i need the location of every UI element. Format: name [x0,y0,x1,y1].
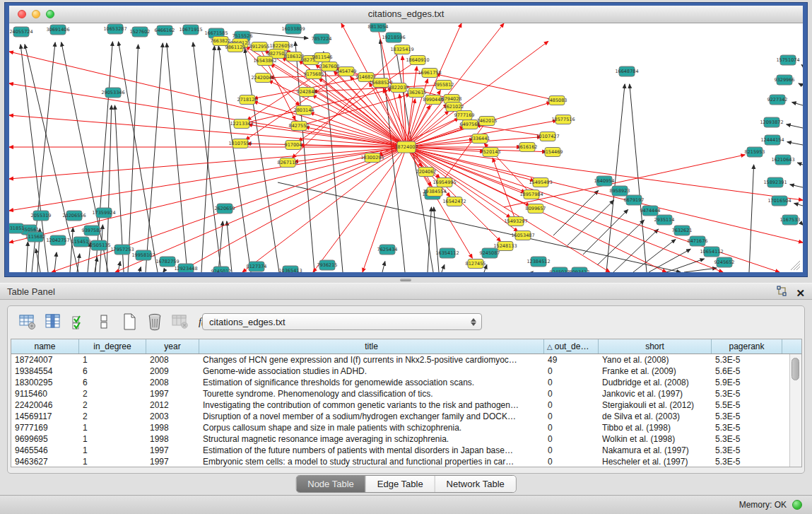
network-node[interactable]: 1362615 [406,88,427,98]
network-edge[interactable] [406,147,803,243]
network-edge[interactable] [787,124,803,128]
network-node[interactable]: 15892391 [763,177,787,187]
table-row[interactable]: 946554611997Estimation of the future num… [11,445,789,456]
network-edge[interactable] [139,267,141,272]
network-node[interactable]: 8267110 [278,158,298,168]
network-edge[interactable] [749,165,754,272]
network-node[interactable]: 17016504 [767,196,791,206]
network-edge[interactable] [26,242,28,272]
network-node[interactable]: 9245012 [211,267,232,272]
network-node[interactable]: 18957984 [519,190,543,199]
network-node[interactable]: 16648784 [615,66,638,76]
network-node[interactable]: 6466162 [155,25,175,35]
network-node[interactable]: 7955812 [434,81,454,90]
network-node[interactable]: 7520143 [481,148,501,157]
network-edge[interactable] [684,268,717,272]
network-edge[interactable] [167,43,187,272]
network-node[interactable]: 9777169 [454,111,475,120]
network-node[interactable]: 1616162 [517,143,538,152]
network-edge[interactable] [227,221,232,272]
network-node[interactable]: 8912955 [249,42,270,52]
network-edge[interactable] [119,42,158,272]
network-node[interactable]: 931851 [9,223,24,233]
table-row[interactable]: 911546021997Tourette syndrome. Phenomeno… [11,388,789,399]
network-node[interactable]: 18325419 [390,45,413,54]
network-node[interactable]: 18724007 [394,141,418,153]
network-node[interactable]: 12042757 [46,235,69,245]
column-header-short[interactable]: short [599,339,712,354]
column-header-out_degree[interactable]: △out_de… [544,339,599,354]
network-node[interactable]: 12923448 [174,264,197,272]
network-node[interactable]: 29053346 [101,88,124,98]
delete-column-icon[interactable] [145,313,164,331]
memory-ok-indicator-icon[interactable] [792,500,802,510]
panel-splitter-handle[interactable] [400,279,411,281]
table-row[interactable]: 1830029562008Estimation of significance … [11,377,789,388]
network-edge[interactable] [193,42,221,272]
tab-edge-table[interactable]: Edge Table [366,476,435,492]
network-node[interactable]: 8215953 [745,147,765,157]
table-scrollbar-thumb[interactable] [792,358,799,380]
network-node[interactable]: 22420046 [251,74,274,83]
network-node[interactable]: 18577516 [551,115,575,124]
network-node[interactable]: 8454749 [336,67,357,76]
table-row[interactable]: 2242004622012Investigating the contribut… [11,399,789,411]
network-edge[interactable] [201,46,214,272]
network-node[interactable]: 8099657 [526,204,546,214]
network-node[interactable]: 9397587 [82,226,102,235]
network-node[interactable]: 8471676 [688,236,708,246]
network-node[interactable]: 8958923 [610,186,630,196]
network-node[interactable]: 9242848 [297,88,317,97]
network-node[interactable]: 7462015 [477,117,498,126]
network-node[interactable]: 9227342 [767,95,788,105]
table-row[interactable]: 1872400712008Changes of HCN gene express… [11,354,789,366]
network-edge[interactable] [434,207,439,272]
network-node[interactable]: 24055724 [9,27,33,37]
network-node[interactable]: 8990448 [423,95,444,105]
network-node[interactable]: 2803144 [294,106,314,115]
network-node[interactable]: 9154469 [543,148,563,157]
network-node[interactable]: 10671915 [179,25,202,35]
network-node[interactable]: 16354112 [435,248,459,258]
network-node[interactable]: 9245033 [550,267,570,272]
network-edge[interactable] [382,262,385,272]
network-edge[interactable] [115,147,406,272]
network-edge[interactable] [792,103,803,105]
network-node[interactable]: 1167533 [780,215,801,225]
table-mode-icon[interactable] [18,313,37,331]
network-node[interactable]: 1621022 [444,103,464,112]
network-node[interactable]: 10107427 [536,132,559,141]
network-node[interactable]: 16033809 [281,24,305,34]
network-node[interactable]: 2055319 [31,211,52,221]
network-edge[interactable] [633,240,676,272]
network-node[interactable]: 7857224 [312,34,332,44]
network-node[interactable]: 1527602 [130,27,151,37]
table-select-dropdown[interactable]: citations_edges.txt [202,313,482,330]
network-node[interactable]: 19958107 [131,250,155,260]
network-node[interactable]: 19218596 [382,33,405,42]
select-all-icon[interactable] [69,313,88,331]
network-node[interactable]: 16210643 [771,155,794,165]
network-node[interactable]: 6679197 [624,195,645,205]
network-node[interactable]: 12093872 [760,117,783,127]
network-node[interactable]: 18640910 [406,56,429,65]
network-node[interactable]: 10653287 [103,24,126,34]
table-row[interactable]: 946362711997Embryonic stem cells: a mode… [11,456,789,467]
network-node[interactable]: 8127455 [466,259,486,269]
network-node[interactable]: 9245652 [714,257,735,267]
network-node[interactable]: 12213343 [230,119,253,129]
network-edge[interactable] [95,257,98,272]
network-node[interactable]: 16782759 [155,257,179,267]
network-node[interactable]: 7936215 [317,260,338,270]
column-header-in_degree[interactable]: in_degree [79,339,146,354]
network-node[interactable]: 7625434 [377,245,398,255]
network-node[interactable]: 7632621 [672,226,693,235]
tab-network-table[interactable]: Network Table [435,476,516,492]
create-column-icon[interactable] [119,313,139,331]
network-node[interactable]: 2620659 [215,204,235,214]
network-node[interactable]: 8127374 [247,262,267,271]
network-edge[interactable] [797,163,803,165]
network-node[interactable]: 17359924 [92,208,115,218]
network-edge[interactable] [801,65,803,66]
network-edge[interactable] [254,102,406,147]
